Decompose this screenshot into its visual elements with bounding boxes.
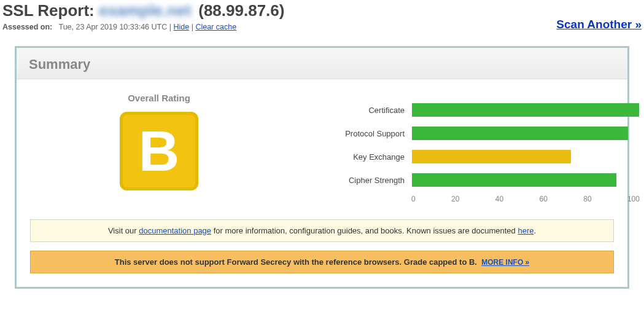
chart-track (412, 103, 639, 117)
page-title: SSL Report: example.net (88.99.87.6) (2, 1, 284, 20)
summary-heading: Summary (29, 57, 615, 72)
fs-warning-text: This server does not support Forward Sec… (115, 257, 477, 267)
chart-axis: 020406080100 (411, 195, 640, 203)
chart-tick: 80 (583, 195, 591, 203)
chart-row: Cipher Strength (312, 171, 640, 189)
docs-mid: for more information, configuration guid… (211, 226, 518, 235)
chart-tick: 0 (411, 195, 416, 203)
summary-header: Summary (17, 48, 627, 79)
docs-notice: Visit our documentation page for more in… (30, 219, 614, 242)
assessed-timestamp (55, 23, 59, 31)
summary-panel: Summary Overall Rating B CertificateProt… (15, 46, 629, 289)
chart-category-label: Cipher Strength (312, 176, 412, 185)
scan-another-link[interactable]: Scan Another » (556, 18, 642, 31)
chart-bar (412, 103, 639, 117)
assessed-label: Assessed on: (2, 23, 52, 31)
chart-category-label: Certificate (312, 106, 412, 115)
chart-category-label: Key Exchange (312, 152, 412, 162)
chart-tick: 40 (495, 195, 503, 203)
ip-address: (88.99.87.6) (198, 1, 284, 20)
chart-row: Certificate (312, 101, 640, 119)
chart-track (412, 127, 639, 140)
chart-row: Key Exchange (312, 148, 640, 165)
chart-bar (412, 150, 571, 163)
chart-row: Protocol Support (312, 125, 640, 142)
known-issues-link[interactable]: here (518, 226, 533, 235)
overall-rating-caption: Overall Rating (30, 93, 288, 103)
chart-category-label: Protocol Support (312, 129, 412, 138)
clear-cache-link[interactable]: Clear cache (195, 23, 236, 31)
title-prefix: SSL Report: (2, 1, 95, 20)
chart-tick: 60 (539, 195, 547, 203)
docs-post: . (533, 226, 536, 235)
docs-pre: Visit our (108, 226, 139, 235)
grade-tile: B (120, 112, 198, 190)
chart-bar (412, 173, 616, 187)
assessed-line: Assessed on: Tue, 23 Apr 2019 10:33:46 U… (2, 23, 284, 31)
more-info-link[interactable]: MORE INFO » (481, 258, 529, 267)
chart-tick: 20 (451, 195, 459, 203)
documentation-link[interactable]: documentation page (139, 226, 211, 235)
hide-link[interactable]: Hide (173, 23, 189, 31)
score-chart: CertificateProtocol SupportKey ExchangeC… (312, 93, 640, 203)
domain-blurred: example.net (99, 1, 194, 15)
chart-bar (412, 127, 628, 140)
assessed-value: Tue, 23 Apr 2019 10:33:46 UTC (59, 23, 168, 31)
chart-track (412, 150, 639, 163)
forward-secrecy-warning: This server does not support Forward Sec… (30, 251, 614, 273)
chart-track (412, 173, 639, 187)
chart-tick: 100 (627, 195, 640, 203)
